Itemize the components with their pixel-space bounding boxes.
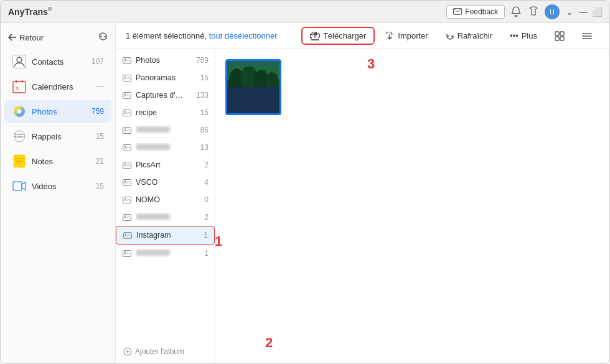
telecharger-label: Télécharger (323, 31, 366, 40)
deselect-link[interactable]: tout désélectionner (209, 31, 278, 40)
add-album-button[interactable]: Ajouter l'album (121, 345, 187, 358)
album-name (136, 213, 200, 222)
svg-point-11 (15, 134, 17, 136)
sidebar-item-calendriers[interactable]: 5 Calendriers — (4, 75, 111, 98)
svg-point-40 (124, 146, 126, 147)
svg-point-62 (266, 72, 278, 90)
svg-rect-4 (13, 82, 26, 93)
album-item[interactable]: Panoramas15 (116, 69, 215, 86)
svg-marker-20 (22, 182, 26, 190)
photo-image (227, 61, 279, 113)
album-icon (123, 230, 133, 240)
svg-rect-66 (227, 96, 279, 97)
maximize-btn[interactable]: ⬜ (592, 7, 602, 17)
sidebar-item-notes[interactable]: Notes 21 (4, 149, 111, 173)
sidebar-item-contacts[interactable]: Contacts 107 (4, 50, 111, 73)
svg-point-52 (124, 251, 126, 253)
app-title: AnyTrans® (8, 6, 52, 17)
album-icon (122, 212, 132, 222)
title-bar-right: Feedback U ⌄ — ⬜ (446, 4, 602, 19)
album-icon (122, 177, 132, 187)
sidebar-item-photos[interactable]: Photos 759 (4, 100, 111, 123)
album-icon (122, 160, 132, 170)
album-count: 0 (204, 195, 209, 204)
refresh-toolbar-icon (446, 32, 454, 40)
sidebar: Retour Contacts 107 (1, 23, 116, 363)
album-item[interactable]: Captures d'…133 (116, 86, 215, 104)
svg-rect-24 (555, 37, 559, 40)
album-name: recipe (136, 108, 197, 117)
plus-label: Plus (522, 31, 537, 40)
album-list: Photos759Panoramas15Captures d'…133recip… (116, 49, 215, 363)
bell-icon[interactable] (510, 6, 522, 18)
album-item[interactable]: 1 (116, 245, 215, 262)
album-count: 1 (204, 231, 208, 240)
videos-icon (12, 179, 27, 194)
album-item[interactable]: 13 (116, 139, 215, 156)
album-name: PicsArt (136, 161, 200, 169)
feedback-button[interactable]: Feedback (446, 5, 505, 19)
main-content: Retour Contacts 107 (1, 23, 609, 363)
annotation-2: 2 (265, 335, 273, 351)
selection-info: 1 élément sélectionné, tout désélectionn… (126, 31, 299, 40)
sidebar-top: Retour (1, 28, 115, 47)
sidebar-item-videos[interactable]: Vidéos 15 (4, 174, 111, 198)
contacts-icon (12, 54, 27, 69)
photo-grid[interactable]: 2 (215, 49, 609, 363)
album-icon (122, 195, 132, 205)
telecharger-button[interactable]: Télécharger (301, 27, 375, 45)
album-item[interactable]: VSCO4 (116, 174, 215, 191)
album-item[interactable]: Photos759 (116, 52, 215, 69)
svg-point-48 (124, 215, 126, 217)
album-item[interactable]: recipe15 (116, 104, 215, 121)
album-item[interactable]: 86 (116, 121, 215, 139)
notes-icon (12, 154, 27, 169)
avatar[interactable]: U (545, 4, 560, 19)
back-button[interactable]: Retour (8, 33, 44, 42)
svg-point-42 (124, 163, 126, 164)
photos-label: Photos (32, 107, 87, 116)
svg-rect-22 (555, 32, 559, 35)
title-bar-left: AnyTrans® (8, 6, 52, 17)
cloud-upload-icon (310, 32, 320, 40)
album-count: 13 (200, 143, 209, 152)
svg-point-34 (124, 93, 126, 95)
album-count: 15 (200, 108, 209, 117)
svg-point-2 (17, 57, 22, 62)
album-icon (122, 108, 132, 118)
album-item[interactable]: NOMO0 (116, 191, 215, 208)
photo-svg (227, 61, 279, 113)
photo-thumbnail[interactable] (225, 59, 281, 115)
album-icon (122, 248, 132, 258)
importer-button[interactable]: Importer (377, 28, 435, 44)
album-name: VSCO (136, 178, 200, 187)
chevron-down-btn[interactable]: ⌄ (565, 7, 575, 17)
album-item[interactable]: PicsArt2 (116, 156, 215, 174)
album-item[interactable]: Instagram1 (116, 226, 215, 245)
importer-label: Importer (398, 31, 428, 40)
album-name: Panoramas (136, 73, 197, 82)
selection-text: 1 élément sélectionné, (126, 31, 207, 40)
refresh-button[interactable] (98, 32, 108, 43)
notif-icons: U (510, 4, 560, 19)
album-name (136, 126, 197, 134)
grid-view-button[interactable] (547, 28, 572, 44)
album-count: 133 (196, 91, 209, 100)
album-icon (122, 73, 132, 83)
album-name: Photos (136, 56, 192, 65)
right-panel: 1 élément sélectionné, tout désélectionn… (116, 23, 609, 363)
minimize-btn[interactable]: — (578, 7, 588, 17)
svg-rect-65 (227, 92, 279, 93)
videos-count: 15 (96, 182, 104, 190)
sidebar-item-rappels[interactable]: Rappels 15 (4, 124, 111, 148)
album-count: 2 (204, 213, 209, 222)
album-count: 4 (204, 178, 209, 187)
rafraichir-button[interactable]: Rafraîchir (438, 28, 500, 44)
album-item[interactable]: 2 (116, 208, 215, 226)
notes-label: Notes (32, 157, 91, 166)
album-icon (122, 90, 132, 100)
shirt-icon[interactable] (527, 6, 540, 18)
toolbar: 1 élément sélectionné, tout désélectionn… (116, 23, 609, 49)
plus-button[interactable]: ••• Plus (502, 28, 545, 44)
list-view-button[interactable] (575, 29, 599, 44)
